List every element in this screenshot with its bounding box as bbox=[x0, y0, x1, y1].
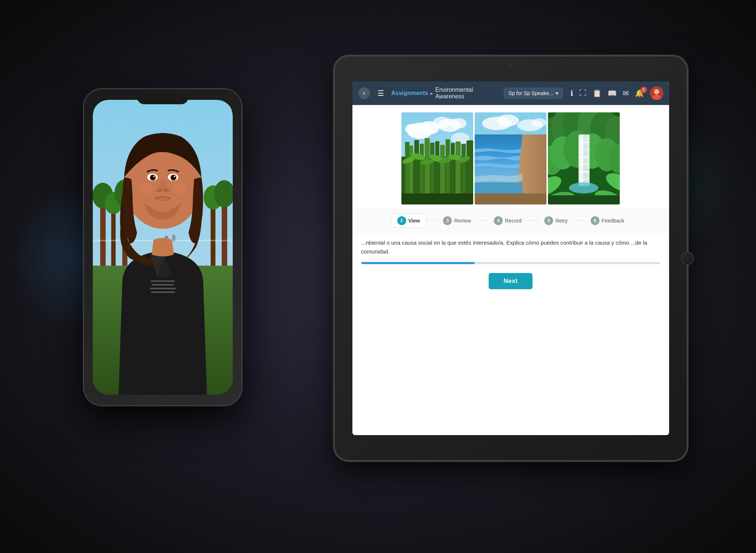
tablet-device: ‹ ☰ Assignments ▸ Environmental Awarenes… bbox=[334, 56, 688, 461]
step-feedback[interactable]: 6 Feedback bbox=[585, 214, 630, 227]
back-button[interactable]: ‹ bbox=[358, 87, 370, 99]
svg-rect-3 bbox=[652, 96, 661, 100]
svg-rect-77 bbox=[222, 201, 227, 277]
tablet-home-button[interactable] bbox=[681, 252, 694, 265]
jungle-waterfall-image bbox=[548, 112, 620, 204]
expand-icon[interactable]: ⛶ bbox=[579, 89, 587, 97]
svg-rect-70 bbox=[548, 195, 620, 204]
dropdown-arrow-icon: ▾ bbox=[556, 90, 558, 96]
svg-rect-33 bbox=[401, 193, 473, 204]
step-record[interactable]: 4 Record bbox=[488, 214, 527, 227]
svg-point-10 bbox=[433, 117, 451, 129]
svg-point-98 bbox=[153, 176, 155, 177]
navigation-bar: ‹ ☰ Assignments ▸ Environmental Awarenes… bbox=[352, 81, 669, 105]
back-icon: ‹ bbox=[363, 89, 365, 97]
step-feedback-number: 6 bbox=[594, 218, 596, 223]
grass-sky-image bbox=[401, 112, 473, 204]
svg-rect-87 bbox=[151, 280, 175, 282]
tablet-camera bbox=[509, 64, 512, 67]
svg-point-1 bbox=[654, 89, 659, 94]
course-dropdown[interactable]: Sp for Sp Speake... ▾ bbox=[504, 88, 563, 99]
menu-button[interactable]: ☰ bbox=[375, 87, 387, 99]
step-view-number: 2 bbox=[400, 218, 403, 223]
step-view-circle: 2 bbox=[397, 216, 406, 225]
svg-rect-89 bbox=[150, 288, 176, 289]
svg-point-103 bbox=[172, 183, 187, 193]
notification-bell[interactable]: 🔔 2 bbox=[635, 89, 644, 98]
clipboard-icon[interactable]: 📋 bbox=[593, 89, 602, 98]
step-retry[interactable]: 5 Retry bbox=[538, 214, 573, 227]
step-separator-2 bbox=[477, 220, 488, 221]
step-feedback-label: Feedback bbox=[602, 218, 624, 224]
step-separator-4 bbox=[574, 220, 585, 221]
menu-icon: ☰ bbox=[377, 89, 384, 97]
book-icon[interactable]: 📖 bbox=[608, 89, 617, 98]
body-text-content: ...nbiental o una causa social en la que… bbox=[361, 239, 647, 255]
info-icon[interactable]: ℹ bbox=[570, 89, 573, 98]
nav-action-icons: ℹ ⛶ 📋 📖 ✉ 🔔 2 bbox=[570, 87, 663, 100]
progress-track bbox=[361, 262, 660, 264]
breadcrumb-current-page: Environmental Awareness bbox=[435, 87, 499, 100]
step-review-circle: 3 bbox=[443, 216, 452, 225]
step-review[interactable]: 3 Review bbox=[437, 214, 477, 227]
body-text: ...nbiental o una causa social en la que… bbox=[352, 232, 669, 259]
course-dropdown-label: Sp for Sp Speake... bbox=[509, 90, 553, 96]
content-area: 2 View 3 Review bbox=[352, 105, 669, 435]
svg-rect-64 bbox=[579, 179, 589, 179]
svg-point-86 bbox=[172, 234, 176, 242]
beach-aerial-image bbox=[475, 112, 546, 204]
mail-icon[interactable]: ✉ bbox=[623, 89, 629, 98]
step-separator-3 bbox=[527, 220, 538, 221]
step-record-number: 4 bbox=[497, 218, 500, 223]
svg-rect-59 bbox=[579, 142, 589, 143]
svg-rect-61 bbox=[579, 157, 589, 158]
next-button[interactable]: Next bbox=[489, 273, 532, 289]
svg-point-9 bbox=[450, 118, 467, 129]
breadcrumb-assignments[interactable]: Assignments bbox=[391, 90, 428, 97]
step-feedback-circle: 6 bbox=[591, 216, 599, 225]
svg-rect-62 bbox=[580, 164, 589, 165]
step-separator-1 bbox=[426, 220, 437, 221]
user-avatar[interactable] bbox=[650, 87, 663, 100]
step-view[interactable]: 2 View bbox=[391, 214, 426, 228]
svg-rect-41 bbox=[475, 193, 546, 204]
progress-fill bbox=[361, 262, 475, 264]
step-record-circle: 4 bbox=[494, 216, 503, 225]
phone-notch bbox=[137, 94, 189, 104]
tablet-screen: ‹ ☰ Assignments ▸ Environmental Awarenes… bbox=[352, 81, 669, 435]
step-view-label: View bbox=[408, 218, 420, 224]
svg-rect-60 bbox=[579, 149, 589, 150]
step-retry-number: 5 bbox=[548, 218, 550, 223]
breadcrumb: Assignments ▸ Environmental Awareness bbox=[391, 87, 500, 100]
svg-point-65 bbox=[569, 182, 598, 193]
breadcrumb-separator: ▸ bbox=[430, 90, 433, 96]
svg-point-36 bbox=[497, 115, 519, 126]
nature-images bbox=[352, 105, 669, 209]
step-record-label: Record bbox=[505, 218, 521, 224]
step-retry-label: Retry bbox=[555, 218, 567, 224]
svg-rect-63 bbox=[579, 171, 589, 172]
scene: ‹ ☰ Assignments ▸ Environmental Awarenes… bbox=[47, 37, 710, 516]
phone-screen bbox=[93, 100, 233, 395]
svg-point-100 bbox=[156, 189, 162, 192]
steps-progress-bar: 2 View 3 Review bbox=[352, 209, 669, 232]
svg-rect-90 bbox=[151, 291, 175, 293]
svg-rect-88 bbox=[152, 284, 174, 286]
svg-point-38 bbox=[532, 118, 546, 127]
step-review-label: Review bbox=[454, 218, 471, 224]
step-retry-circle: 5 bbox=[544, 216, 553, 225]
svg-point-101 bbox=[163, 189, 169, 192]
next-button-container: Next bbox=[352, 267, 669, 295]
step-review-number: 3 bbox=[446, 218, 449, 223]
svg-point-7 bbox=[405, 124, 420, 134]
notification-badge: 2 bbox=[640, 87, 647, 93]
svg-point-102 bbox=[139, 183, 154, 193]
svg-point-99 bbox=[174, 176, 175, 177]
phone-device bbox=[84, 89, 242, 406]
